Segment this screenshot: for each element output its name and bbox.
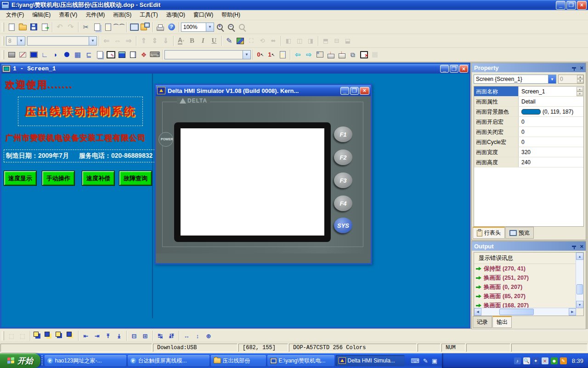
draw-filled-rect-tool[interactable] bbox=[28, 49, 39, 60]
same-size-button[interactable]: ⊕ bbox=[203, 331, 214, 341]
paste-button[interactable] bbox=[102, 22, 113, 32]
prev-screen-button[interactable]: ⇦ bbox=[292, 49, 303, 60]
find-button[interactable]: ⌒⌒ bbox=[113, 22, 124, 32]
language-options-icon[interactable]: ▣ bbox=[432, 357, 437, 364]
align-right-edges-button[interactable]: ⇥ bbox=[91, 331, 102, 341]
screen1-title-bar[interactable]: 1 - Screen_1 _ ❐ × bbox=[1, 64, 469, 74]
toolbar-grip[interactable] bbox=[2, 36, 4, 46]
pen-style-button[interactable]: ✎ bbox=[224, 35, 235, 46]
tray-status-icon[interactable]: ☻ bbox=[551, 357, 558, 364]
tray-app-icon[interactable]: ♪ bbox=[514, 357, 521, 364]
open-screen-button[interactable] bbox=[140, 22, 151, 32]
output-item[interactable]: 换画面 (0, 207) bbox=[474, 282, 583, 292]
font-size-dropdown-arrow[interactable]: ▼ bbox=[17, 37, 25, 45]
property-row-width[interactable]: 画面宽度 320 bbox=[474, 147, 583, 157]
stop-simulator-button[interactable]: × bbox=[358, 49, 369, 60]
element-button-tool[interactable] bbox=[116, 49, 127, 60]
sys-key[interactable]: SYS bbox=[334, 218, 352, 233]
output-item[interactable]: 换画面 (251, 207) bbox=[474, 273, 583, 282]
menu-view[interactable]: 查看(V) bbox=[55, 10, 81, 20]
center-vertical-button[interactable]: ⊞ bbox=[140, 331, 151, 341]
menu-screen[interactable]: 画面(S) bbox=[109, 10, 136, 20]
space-down-button[interactable]: ↹ bbox=[166, 331, 177, 341]
output-item[interactable]: 保持型 (270, 41) bbox=[474, 264, 583, 273]
tray-network-disconnected-icon[interactable]: ⨯ bbox=[542, 357, 548, 364]
scroll-left-icon[interactable]: ◀ bbox=[474, 308, 481, 316]
tray-messenger-icon[interactable]: ✦ bbox=[532, 357, 539, 364]
draw-rect-tool[interactable] bbox=[6, 49, 17, 60]
zoom-in-button[interactable]: + bbox=[214, 22, 225, 32]
property-row-bgcolor[interactable]: 画面背景颜色 (0, 119, 187) bbox=[474, 107, 583, 117]
simulator-close-button[interactable]: × bbox=[360, 87, 369, 95]
draw-bitmap-tool[interactable]: ✎ bbox=[105, 49, 116, 60]
property-row-close-macro[interactable]: 画面关闭宏 0 bbox=[474, 127, 583, 137]
toolbar-grip[interactable] bbox=[2, 331, 4, 340]
align-left-edges-button[interactable]: ⇤ bbox=[80, 331, 91, 341]
maximize-button[interactable]: ❐ bbox=[566, 1, 576, 10]
object-selector-combobox[interactable]: Screen {Screen_1} ▼ bbox=[474, 75, 556, 84]
simulator-button[interactable]: ⧉ bbox=[347, 49, 358, 60]
menu-tools[interactable]: 工具(T) bbox=[136, 10, 162, 20]
menu-help[interactable]: 帮助(H) bbox=[217, 10, 244, 20]
f3-key[interactable]: F3 bbox=[334, 172, 352, 188]
next-screen-button[interactable]: ⇨ bbox=[303, 49, 314, 60]
fault-query-button[interactable]: 故障查询 bbox=[119, 171, 152, 185]
new-file-button[interactable] bbox=[6, 22, 17, 32]
copy-button[interactable] bbox=[91, 22, 102, 32]
print-button[interactable] bbox=[155, 22, 166, 32]
pin-icon[interactable] bbox=[572, 246, 576, 247]
tab-record[interactable]: 记录 bbox=[473, 316, 492, 328]
property-row-height[interactable]: 画面高度 240 bbox=[474, 157, 583, 167]
font-name-combobox[interactable]: ▼ bbox=[27, 36, 97, 46]
state-0-button[interactable]: 0↖ bbox=[255, 49, 266, 60]
horizontal-scroll-thumb[interactable] bbox=[499, 309, 534, 315]
simulator-minimize-button[interactable]: _ bbox=[340, 87, 349, 95]
menu-window[interactable]: 窗口(W) bbox=[189, 10, 217, 20]
keyboard-element-tool[interactable]: ⌨ bbox=[149, 49, 160, 60]
row-spinner[interactable]: ▲▼ bbox=[577, 87, 583, 96]
hmi-lcd-screen[interactable] bbox=[181, 128, 324, 236]
element-state-dropdown-arrow[interactable]: ▼ bbox=[243, 51, 250, 59]
bring-forward-button[interactable] bbox=[54, 331, 65, 341]
center-horizontal-button[interactable]: ⊟ bbox=[129, 331, 140, 341]
state-1-button[interactable]: 1↖ bbox=[266, 49, 277, 60]
menu-edit[interactable]: 编辑(E) bbox=[28, 10, 55, 20]
menu-options[interactable]: 选项(O) bbox=[162, 10, 189, 20]
menu-element[interactable]: 元件(M) bbox=[81, 10, 109, 20]
company-text[interactable]: 广州市赞联机电设备安装工程有限公司 bbox=[5, 132, 146, 143]
tab-row-header[interactable]: 行表头 bbox=[473, 227, 505, 239]
same-width-button[interactable]: ↔ bbox=[181, 331, 192, 341]
macro-button[interactable] bbox=[277, 49, 288, 60]
draw-line-tool[interactable] bbox=[17, 49, 28, 60]
scroll-down-icon[interactable]: ▼ bbox=[576, 301, 583, 308]
compile-button[interactable]: ✳ bbox=[314, 49, 325, 60]
tab-output[interactable]: 输出 bbox=[492, 316, 512, 328]
vertical-scrollbar[interactable]: ▲ ▼ bbox=[576, 253, 583, 308]
screen1-minimize-button[interactable]: _ bbox=[440, 65, 449, 73]
property-row-open-macro[interactable]: 画面开启宏 0 bbox=[474, 117, 583, 127]
send-backward-button[interactable] bbox=[65, 331, 76, 341]
scroll-up-icon[interactable]: ▲ bbox=[576, 253, 583, 260]
tray-magnifier-icon[interactable]: 🔍 bbox=[523, 357, 530, 364]
task-scredit[interactable]: E:\yang\赞联机电... bbox=[267, 355, 334, 366]
save-button[interactable] bbox=[28, 22, 39, 32]
cut-button[interactable]: ✂ bbox=[80, 22, 91, 32]
main-title-box[interactable]: 压出线联动控制系统 bbox=[18, 97, 143, 126]
start-button[interactable]: 开始 bbox=[0, 353, 40, 368]
export-button[interactable]: ➔ bbox=[39, 22, 50, 32]
draw-pattern-tool[interactable]: ▦ bbox=[72, 49, 83, 60]
space-across-button[interactable]: ↹ bbox=[155, 331, 166, 341]
speed-display-button[interactable]: 速度显示 bbox=[4, 171, 36, 185]
screen1-close-button[interactable]: × bbox=[459, 65, 468, 73]
property-row-attribute[interactable]: 画面属性 Detail bbox=[474, 97, 583, 107]
zoom-out-button[interactable]: − bbox=[225, 22, 236, 32]
font-name-dropdown-arrow[interactable]: ▼ bbox=[89, 37, 96, 45]
draw-ellipse-tool[interactable] bbox=[61, 49, 72, 60]
output-item[interactable]: 换画面 (85, 207) bbox=[474, 292, 583, 301]
scroll-right-icon[interactable]: ▶ bbox=[569, 308, 576, 316]
same-height-button[interactable]: ↕ bbox=[192, 331, 203, 341]
new-screen-button[interactable] bbox=[129, 22, 140, 32]
draw-text-tool[interactable] bbox=[94, 49, 105, 60]
zoom-combobox[interactable]: 100% ▼ bbox=[181, 23, 214, 32]
property-close-icon[interactable]: × bbox=[580, 65, 583, 71]
